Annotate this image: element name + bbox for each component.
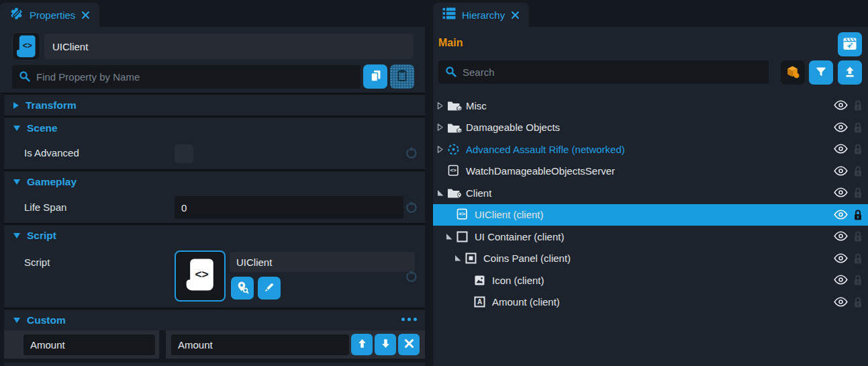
copy-icon <box>369 68 383 85</box>
scene-preview-button[interactable] <box>838 32 862 56</box>
tree-row-icon[interactable]: Icon (client) <box>433 269 868 291</box>
svg-text:<>: <> <box>450 167 457 173</box>
visibility-eye-icon[interactable] <box>834 231 848 241</box>
script-name-input[interactable] <box>230 252 415 272</box>
collapse-arrow-icon[interactable] <box>436 189 446 197</box>
gear-wrench-icon <box>9 7 23 24</box>
find-asset-button[interactable] <box>231 277 254 300</box>
tree-row-uiclient-selected[interactable]: <> UIClient (client) <box>433 204 868 226</box>
properties-tabbar: Properties <box>0 0 425 27</box>
clapperboard-rocket-icon <box>842 36 858 54</box>
section-gameplay-title: Gameplay <box>27 176 77 188</box>
delete-parameter-button[interactable] <box>398 334 420 355</box>
collapse-arrow-icon[interactable] <box>444 232 455 241</box>
lock-icon[interactable] <box>853 209 863 221</box>
visibility-eye-icon[interactable] <box>834 100 848 110</box>
tree-row-client[interactable]: Client <box>433 182 868 204</box>
visibility-eye-icon[interactable] <box>834 275 848 285</box>
lock-icon[interactable] <box>853 187 863 199</box>
visibility-eye-icon[interactable] <box>834 210 848 220</box>
visibility-eye-icon[interactable] <box>834 166 848 176</box>
lock-icon[interactable] <box>853 122 863 134</box>
cube-icon <box>786 65 800 81</box>
reset-icon[interactable] <box>405 270 418 283</box>
is-advanced-checkbox[interactable] <box>175 144 193 163</box>
tab-properties[interactable]: Properties <box>0 3 99 27</box>
property-sections: Transform Scene Is Advanced <box>0 93 425 366</box>
script-asset-slot[interactable]: <> <box>175 250 226 302</box>
life-span-input[interactable] <box>175 196 403 219</box>
chevron-right-icon <box>13 102 19 109</box>
create-object-button[interactable] <box>781 60 805 85</box>
chevron-down-icon <box>13 318 20 323</box>
lock-icon[interactable] <box>853 296 863 308</box>
close-icon[interactable] <box>511 11 520 19</box>
section-script[interactable]: Script <box>4 225 425 246</box>
tree-row-label: Advanced Assault Rifle (networked) <box>466 144 625 155</box>
pin-search-icon <box>236 281 249 296</box>
property-row-script: Script <> <box>4 246 425 308</box>
expand-arrow-icon[interactable] <box>436 123 446 132</box>
lock-icon[interactable] <box>853 230 863 242</box>
paste-properties-button[interactable] <box>390 64 414 89</box>
lock-icon[interactable] <box>853 99 863 111</box>
section-gameplay[interactable]: Gameplay <box>4 171 425 192</box>
clipboard-icon <box>395 68 409 85</box>
lock-icon[interactable] <box>853 143 863 155</box>
tree-row-amount[interactable]: A Amount (client) <box>433 291 868 314</box>
visibility-eye-icon[interactable] <box>834 144 848 154</box>
tree-row-label: Client <box>466 187 491 199</box>
publish-button[interactable] <box>838 60 862 85</box>
search-icon <box>19 71 31 85</box>
expand-arrow-icon[interactable] <box>436 101 446 110</box>
hierarchy-panel: Hierarchy Main <box>433 0 868 366</box>
hierarchy-search-input[interactable] <box>438 60 769 84</box>
script-file-icon: <> <box>446 165 461 178</box>
chevron-down-icon <box>13 179 20 185</box>
visibility-eye-icon[interactable] <box>834 253 848 263</box>
section-custom[interactable]: Custom <box>4 310 425 330</box>
reset-icon[interactable] <box>405 201 418 214</box>
svg-text:A: A <box>477 298 482 306</box>
move-up-button[interactable] <box>351 334 373 355</box>
editor-window: Properties <> <box>0 0 868 366</box>
property-search-input[interactable] <box>12 65 360 89</box>
move-down-button[interactable] <box>375 334 396 355</box>
tree-row-advanced-assault-rifle[interactable]: Advanced Assault Rifle (networked) <box>433 138 868 161</box>
custom-parameter-name-input[interactable] <box>23 334 155 355</box>
tree-row-label: UIClient (client) <box>475 209 544 220</box>
section-script-title: Script <box>27 230 56 242</box>
collapse-arrow-icon[interactable] <box>453 254 464 263</box>
tree-row-coins-panel[interactable]: Coins Panel (client) <box>433 248 868 270</box>
lock-icon[interactable] <box>853 165 863 177</box>
filter-button[interactable] <box>809 60 833 85</box>
x-icon <box>404 338 414 351</box>
reset-icon[interactable] <box>405 146 418 160</box>
tree-row-damageable-objects[interactable]: Damageable Objects <box>433 117 868 139</box>
copy-properties-button[interactable] <box>363 64 387 89</box>
lock-icon[interactable] <box>853 253 863 265</box>
tab-hierarchy[interactable]: Hierarchy <box>433 3 529 27</box>
section-scene-title: Scene <box>27 122 58 134</box>
expand-arrow-icon[interactable] <box>436 145 446 154</box>
pin-badge-icon <box>456 189 463 201</box>
tree-row-watchdamageableobjectsserver[interactable]: <> WatchDamageableObjectsServer <box>433 161 868 183</box>
edit-script-button[interactable] <box>258 277 281 300</box>
object-header: <> <box>0 27 425 60</box>
visibility-eye-icon[interactable] <box>834 297 848 307</box>
section-transform[interactable]: Transform <box>4 95 425 116</box>
more-options-icon[interactable] <box>401 318 417 321</box>
visibility-eye-icon[interactable] <box>834 122 848 132</box>
lock-icon[interactable] <box>853 274 863 286</box>
tree-row-label: UI Container (client) <box>475 231 564 242</box>
tree-row-misc[interactable]: Misc <box>433 95 868 117</box>
upload-icon <box>844 66 856 80</box>
visibility-eye-icon[interactable] <box>834 187 848 197</box>
section-scene[interactable]: Scene <box>4 118 425 138</box>
ui-image-icon <box>473 273 487 287</box>
tree-row-ui-container[interactable]: UI Container (client) <box>433 226 868 248</box>
close-icon[interactable] <box>81 11 90 19</box>
filter-funnel-icon <box>815 66 827 80</box>
object-name-input[interactable] <box>44 34 414 59</box>
custom-parameter-value-input[interactable] <box>171 334 349 355</box>
